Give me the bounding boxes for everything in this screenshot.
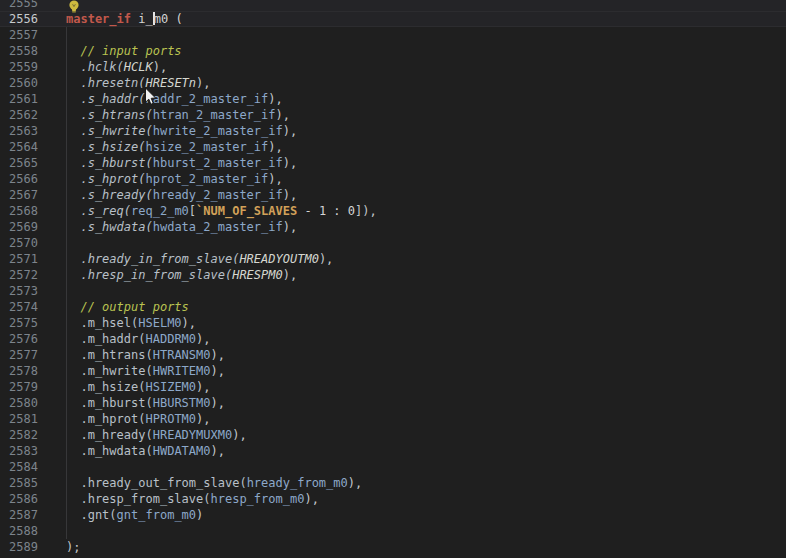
code-line-row[interactable]: 2587 .gnt(gnt_from_m0) [0,507,786,523]
code-line-text[interactable]: master_if i_m0 ( [66,11,183,27]
code-line-row[interactable]: 2580 .m_hburst(HBURSTM0), [0,395,786,411]
code-line-text[interactable]: .m_haddr(HADDRM0), [66,331,211,347]
code-line-text[interactable]: .hresp_in_from_slave(HRESPM0), [66,267,297,283]
code-line-text[interactable]: .s_hwdata(hwdata_2_master_if), [66,219,297,235]
line-number[interactable]: 2574 [0,299,38,315]
code-line-row[interactable]: 2586 .hresp_from_slave(hresp_from_m0), [0,491,786,507]
code-line-text[interactable]: .m_htrans(HTRANSM0), [66,347,225,363]
code-line-row[interactable]: 2583 .m_hwdata(HWDATAM0), [0,443,786,459]
code-line-text[interactable]: // output ports [66,299,189,315]
code-line-text[interactable]: .hready_out_from_slave(hready_from_m0), [66,475,362,491]
code-line-row[interactable]: 2556master_if i_m0 ( [0,11,786,27]
line-number[interactable]: 2557 [0,27,38,43]
code-line-text[interactable]: .m_hburst(HBURSTM0), [66,395,225,411]
line-number[interactable]: 2579 [0,379,38,395]
code-line-row[interactable]: 2577 .m_htrans(HTRANSM0), [0,347,786,363]
code-line-text[interactable]: .m_hready(HREADYMUXM0), [66,427,247,443]
line-number[interactable]: 2568 [0,203,38,219]
line-number[interactable]: 2562 [0,107,38,123]
code-line-text[interactable]: .m_hprot(HPROTM0), [66,411,211,427]
code-line-row[interactable]: 2566 .s_hprot(hprot_2_master_if), [0,171,786,187]
code-line-text[interactable]: .s_htrans(htran_2_master_if), [66,107,290,123]
code-line-text[interactable]: .hresp_from_slave(hresp_from_m0), [66,491,319,507]
line-number[interactable]: 2561 [0,91,38,107]
code-line-row[interactable]: 2578 .m_hwrite(HWRITEM0), [0,363,786,379]
code-line-text[interactable]: .hclk(HCLK), [66,59,167,75]
line-number[interactable]: 2573 [0,283,38,299]
code-line-row[interactable]: 2572 .hresp_in_from_slave(HRESPM0), [0,267,786,283]
line-number[interactable]: 2572 [0,267,38,283]
code-line-text[interactable]: .s_req(req_2_m0[`NUM_OF_SLAVES - 1 : 0])… [66,203,377,219]
line-number[interactable]: 2582 [0,427,38,443]
code-line-text[interactable]: .s_hready(hready_2_master_if), [66,187,297,203]
code-line-text[interactable]: .s_hburst(hburst_2_master_if), [66,155,297,171]
code-line-row[interactable]: 2576 .m_haddr(HADDRM0), [0,331,786,347]
line-number[interactable]: 2564 [0,139,38,155]
code-line-row[interactable]: 2574 // output ports [0,299,786,315]
code-line-row[interactable]: 2561 .s_haddr(haddr_2_master_if), [0,91,786,107]
code-line-text[interactable]: .m_hsel(HSELM0), [66,315,196,331]
code-line-text[interactable]: .s_hsize(hsize_2_master_if), [66,139,283,155]
code-line-row[interactable]: 2581 .m_hprot(HPROTM0), [0,411,786,427]
code-line-row[interactable]: 2589); [0,539,786,555]
code-line-row[interactable]: 2588 [0,523,786,539]
code-line-row[interactable]: 2584 [0,459,786,475]
line-number[interactable]: 2571 [0,251,38,267]
line-number[interactable]: 2586 [0,491,38,507]
code-line-row[interactable]: 2563 .s_hwrite(hwrite_2_master_if), [0,123,786,139]
code-line-row[interactable]: 2564 .s_hsize(hsize_2_master_if), [0,139,786,155]
line-number[interactable]: 2569 [0,219,38,235]
lightbulb-icon[interactable] [67,0,81,15]
code-line-row[interactable]: 2569 .s_hwdata(hwdata_2_master_if), [0,219,786,235]
code-line-row[interactable]: 2582 .m_hready(HREADYMUXM0), [0,427,786,443]
line-number[interactable]: 2583 [0,443,38,459]
line-number[interactable]: 2577 [0,347,38,363]
code-line-row[interactable]: 2558 // input ports [0,43,786,59]
line-number[interactable]: 2559 [0,59,38,75]
code-line-text[interactable]: .s_hwrite(hwrite_2_master_if), [66,123,297,139]
line-number[interactable]: 2588 [0,523,38,539]
line-number[interactable]: 2555 [0,0,38,11]
line-number[interactable]: 2581 [0,411,38,427]
code-line-text[interactable]: .m_hwdata(HWDATAM0), [66,443,225,459]
line-number[interactable]: 2566 [0,171,38,187]
line-number[interactable]: 2575 [0,315,38,331]
code-line-text[interactable]: .m_hwrite(HWRITEM0), [66,363,225,379]
line-number[interactable]: 2570 [0,235,38,251]
code-line-row[interactable]: 2570 [0,235,786,251]
line-number[interactable]: 2578 [0,363,38,379]
code-line-row[interactable]: 2557 [0,27,786,43]
code-line-row[interactable]: 2573 [0,283,786,299]
code-line-text[interactable]: .m_hsize(HSIZEM0), [66,379,211,395]
line-number[interactable]: 2587 [0,507,38,523]
line-number[interactable]: 2560 [0,75,38,91]
code-line-row[interactable]: 2560 .hresetn(HRESETn), [0,75,786,91]
line-number[interactable]: 2563 [0,123,38,139]
code-line-row[interactable]: 2567 .s_hready(hready_2_master_if), [0,187,786,203]
line-number[interactable]: 2584 [0,459,38,475]
line-number[interactable]: 2567 [0,187,38,203]
code-line-row[interactable]: 2565 .s_hburst(hburst_2_master_if), [0,155,786,171]
code-line-text[interactable]: .hready_in_from_slave(HREADYOUTM0), [66,251,333,267]
line-number[interactable]: 2580 [0,395,38,411]
line-number[interactable]: 2565 [0,155,38,171]
code-line-row[interactable]: 2568 .s_req(req_2_m0[`NUM_OF_SLAVES - 1 … [0,203,786,219]
code-line-text[interactable]: .s_hprot(hprot_2_master_if), [66,171,283,187]
code-line-text[interactable]: .s_haddr(haddr_2_master_if), [66,91,283,107]
line-number[interactable]: 2585 [0,475,38,491]
code-line-row[interactable]: 2579 .m_hsize(HSIZEM0), [0,379,786,395]
code-line-text[interactable]: ); [66,539,80,555]
code-line-row[interactable]: 2571 .hready_in_from_slave(HREADYOUTM0), [0,251,786,267]
code-line-row[interactable]: 2585 .hready_out_from_slave(hready_from_… [0,475,786,491]
code-line-row[interactable]: 2555 [0,0,786,11]
code-editor[interactable]: 25552556master_if i_m0 (25572558 // inpu… [0,0,786,558]
line-number[interactable]: 2556 [0,11,38,27]
code-line-text[interactable]: // input ports [66,43,182,59]
line-number[interactable]: 2576 [0,331,38,347]
code-line-row[interactable]: 2575 .m_hsel(HSELM0), [0,315,786,331]
line-number[interactable]: 2558 [0,43,38,59]
line-number[interactable]: 2589 [0,539,38,555]
code-line-text[interactable]: .hresetn(HRESETn), [66,75,211,91]
code-line-text[interactable]: .gnt(gnt_from_m0) [66,507,203,523]
code-line-row[interactable]: 2559 .hclk(HCLK), [0,59,786,75]
